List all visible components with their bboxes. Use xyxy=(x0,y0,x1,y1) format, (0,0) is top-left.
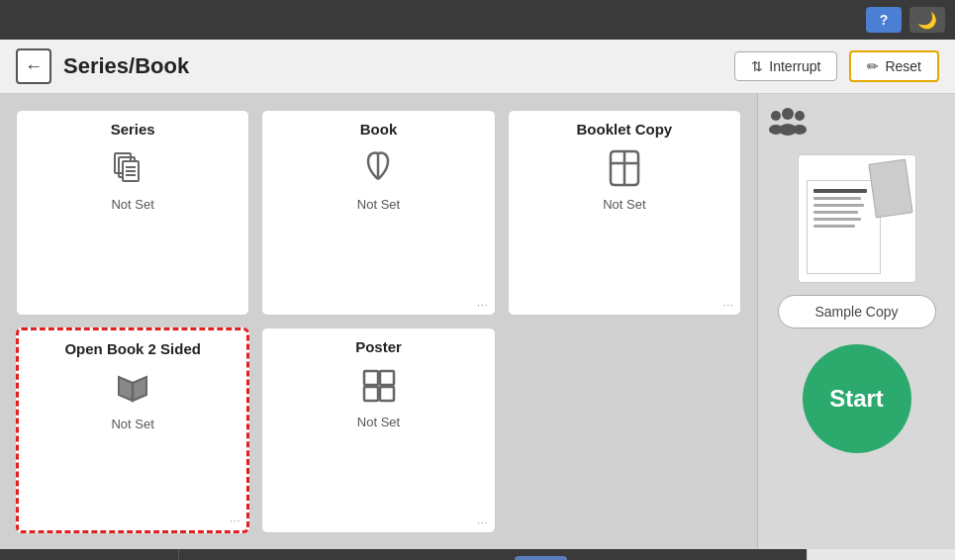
book-card-dots: ··· xyxy=(477,300,488,311)
interrupt-label: Interrupt xyxy=(769,58,820,74)
svg-point-10 xyxy=(771,111,781,121)
booklet-copy-card-dots: ··· xyxy=(723,300,734,311)
right-panel: Sample Copy Start xyxy=(757,94,955,549)
book-card[interactable]: Book Not Set ··· xyxy=(261,110,495,316)
home-button[interactable]: ⌂ xyxy=(515,556,567,561)
booklet-copy-card-title: Booklet Copy xyxy=(576,121,672,138)
book-icon xyxy=(354,143,402,191)
series-card-status: Not Set xyxy=(111,197,153,212)
book-card-title: Book xyxy=(360,121,398,138)
people-icon xyxy=(768,106,808,142)
poster-card[interactable]: Poster Not Set ··· xyxy=(261,327,495,533)
svg-point-15 xyxy=(793,125,807,135)
back-nav-button[interactable]: ↩ xyxy=(337,556,395,561)
svg-rect-9 xyxy=(380,387,394,401)
svg-rect-7 xyxy=(380,371,394,385)
header: ← Series/Book ⇅ Interrupt ✏ Reset xyxy=(0,40,955,94)
poster-card-dots: ··· xyxy=(477,517,488,528)
svg-point-11 xyxy=(782,108,794,120)
bottom-bar: Check Status Apr. 08 2022 02:07 PM ↩ ⌂ ⚙… xyxy=(0,549,955,560)
grid-area: Series Not Set Book Not Set ··· xyxy=(0,94,757,549)
interrupt-icon: ⇅ xyxy=(751,58,763,74)
booklet-icon xyxy=(601,143,648,191)
bottom-nav: ↩ ⌂ ⚙ xyxy=(277,549,807,560)
page-title: Series/Book xyxy=(63,53,722,79)
reset-button[interactable]: ✏ Reset xyxy=(849,50,939,82)
open-book-2-sided-card[interactable]: Open Book 2 Sided Not Set ··· xyxy=(16,327,249,533)
svg-point-12 xyxy=(795,111,805,121)
check-status-button[interactable]: Check Status xyxy=(0,549,178,560)
open-book-2-sided-card-title: Open Book 2 Sided xyxy=(64,340,201,357)
settings-button[interactable]: ⚙ xyxy=(687,556,746,561)
series-card-title: Series xyxy=(111,121,155,138)
book-card-status: Not Set xyxy=(357,197,400,212)
series-icon xyxy=(109,143,156,191)
svg-rect-8 xyxy=(364,387,378,401)
reset-label: Reset xyxy=(885,58,921,74)
sample-copy-button[interactable]: Sample Copy xyxy=(778,295,936,328)
night-mode-button[interactable]: 🌙 xyxy=(909,7,945,33)
reset-icon: ✏ xyxy=(867,58,879,74)
open-book-icon xyxy=(109,363,156,411)
booklet-copy-card[interactable]: Booklet Copy Not Set ··· xyxy=(508,110,741,316)
series-card[interactable]: Series Not Set xyxy=(16,110,249,316)
top-bar: ? 🌙 xyxy=(0,0,955,40)
poster-card-status: Not Set xyxy=(357,415,400,429)
main-content: Series Not Set Book Not Set ··· xyxy=(0,94,955,549)
open-book-2-sided-card-status: Not Set xyxy=(111,417,153,431)
poster-icon xyxy=(354,361,402,409)
open-book-2-sided-card-dots: ··· xyxy=(230,515,240,526)
poster-card-title: Poster xyxy=(355,338,402,355)
svg-rect-6 xyxy=(364,371,378,385)
document-preview xyxy=(798,154,916,283)
help-button[interactable]: ? xyxy=(866,7,902,33)
booklet-copy-card-status: Not Set xyxy=(603,197,645,212)
back-button[interactable]: ← xyxy=(16,48,51,84)
datetime-display: Apr. 08 2022 02:07 PM xyxy=(178,549,277,560)
stop-button[interactable]: Stop xyxy=(807,549,955,560)
start-button[interactable]: Start xyxy=(803,344,911,453)
interrupt-button[interactable]: ⇅ Interrupt xyxy=(734,51,837,81)
